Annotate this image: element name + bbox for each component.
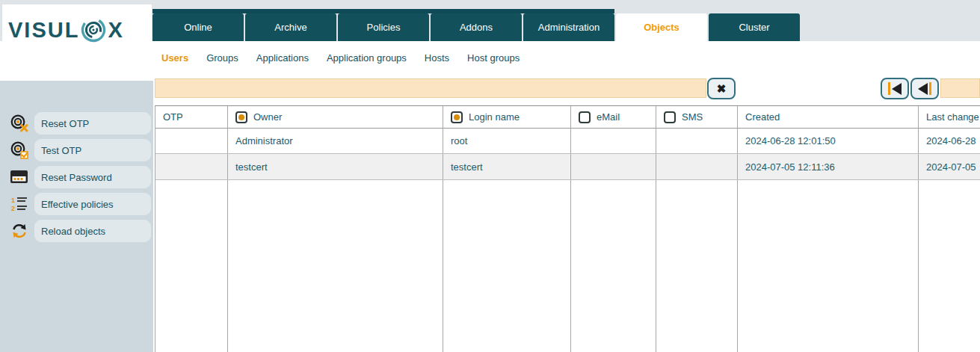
owner-radio-checked[interactable]: [235, 111, 247, 123]
logo-card: VISUL X: [2, 4, 152, 81]
email-checkbox-unchecked[interactable]: [579, 111, 591, 123]
svg-text:2: 2: [11, 205, 15, 212]
subnav-host-groups[interactable]: Host groups: [467, 52, 520, 64]
actions-sidebar: Reset OTP Test OTP Reset Password: [0, 81, 153, 352]
first-page-icon: [888, 82, 890, 95]
filter-input[interactable]: [155, 78, 706, 98]
subnav-hosts[interactable]: Hosts: [425, 52, 449, 64]
tab-administration[interactable]: Administration: [523, 13, 614, 41]
table-row[interactable]: Administrator root 2024-06-28 12:01:50 2…: [155, 129, 980, 154]
cell-email: [571, 154, 656, 179]
cell-owner: Administrator: [228, 129, 443, 153]
cell-last-change: 2024-07-05: [919, 154, 980, 179]
first-page-button[interactable]: [881, 78, 909, 99]
otp-reset-icon: [10, 114, 29, 133]
cell-last-change: 2024-06-28: [919, 129, 980, 153]
col-header-created[interactable]: Created: [738, 106, 919, 128]
sms-checkbox-unchecked[interactable]: [664, 111, 676, 123]
clear-filter-button[interactable]: ✖: [707, 78, 736, 99]
cell-sms: [656, 129, 738, 153]
tab-online[interactable]: Online: [152, 13, 244, 41]
cell-sms: [656, 154, 738, 179]
subnav-application-groups[interactable]: Application groups: [327, 52, 407, 64]
previous-page-icon: [918, 83, 928, 95]
visulox-logo: VISUL X: [8, 16, 124, 43]
col-header-login-name[interactable]: Login name: [443, 106, 571, 128]
tab-addons[interactable]: Addons: [431, 13, 522, 41]
reset-password-button[interactable]: Reset Password: [34, 166, 151, 188]
svg-text:1: 1: [11, 197, 15, 204]
tab-policies[interactable]: Policies: [338, 13, 429, 41]
col-header-last-change[interactable]: Last change: [919, 106, 980, 128]
objects-subnav: Users Groups Applications Application gr…: [161, 52, 520, 64]
col-header-owner[interactable]: Owner: [228, 106, 443, 128]
subnav-applications[interactable]: Applications: [256, 52, 309, 64]
table-empty-area: [155, 180, 980, 352]
tab-archive[interactable]: Archive: [245, 13, 336, 41]
previous-page-button[interactable]: [910, 78, 939, 99]
cell-email: [571, 129, 656, 153]
cell-created: 2024-06-28 12:01:50: [738, 129, 919, 153]
effective-policies-button[interactable]: Effective policies: [34, 193, 151, 215]
subnav-users[interactable]: Users: [161, 52, 188, 64]
tab-cluster[interactable]: Cluster: [709, 13, 800, 41]
users-table: OTP Owner Login name eMail SMS Created L…: [155, 105, 980, 352]
password-window-icon: [10, 169, 29, 185]
reload-arrows-icon: [10, 223, 29, 239]
table-header-row: OTP Owner Login name eMail SMS Created L…: [155, 106, 980, 129]
tab-objects[interactable]: Objects: [616, 13, 707, 41]
otp-test-icon: [10, 141, 29, 160]
cell-created: 2024-07-05 12:11:36: [738, 154, 919, 179]
cell-owner: testcert: [228, 154, 443, 179]
logo-text-left: VISUL: [8, 17, 79, 43]
reload-objects-button[interactable]: Reload objects: [34, 220, 151, 242]
visulox-logo-icon: [80, 16, 107, 43]
test-otp-button[interactable]: Test OTP: [34, 139, 151, 161]
reset-otp-button[interactable]: Reset OTP: [34, 112, 151, 135]
logo-text-right: X: [108, 17, 123, 43]
subnav-groups[interactable]: Groups: [206, 52, 238, 64]
numbered-list-icon: 1 2: [10, 196, 29, 212]
login-name-radio-checked[interactable]: [451, 111, 463, 123]
col-header-otp[interactable]: OTP: [155, 106, 228, 128]
cell-otp: [155, 129, 228, 153]
close-icon: ✖: [717, 82, 727, 96]
main-tab-bar: Online Archive Policies Addons Administr…: [152, 13, 800, 41]
side-filter-input[interactable]: [940, 78, 980, 98]
col-header-email[interactable]: eMail: [571, 106, 656, 128]
table-row[interactable]: testcert testcert 2024-07-05 12:11:36 20…: [155, 154, 980, 180]
col-header-sms[interactable]: SMS: [656, 106, 738, 128]
cell-login-name: testcert: [443, 154, 571, 179]
cell-login-name: root: [443, 129, 571, 153]
cell-otp: [155, 154, 228, 179]
